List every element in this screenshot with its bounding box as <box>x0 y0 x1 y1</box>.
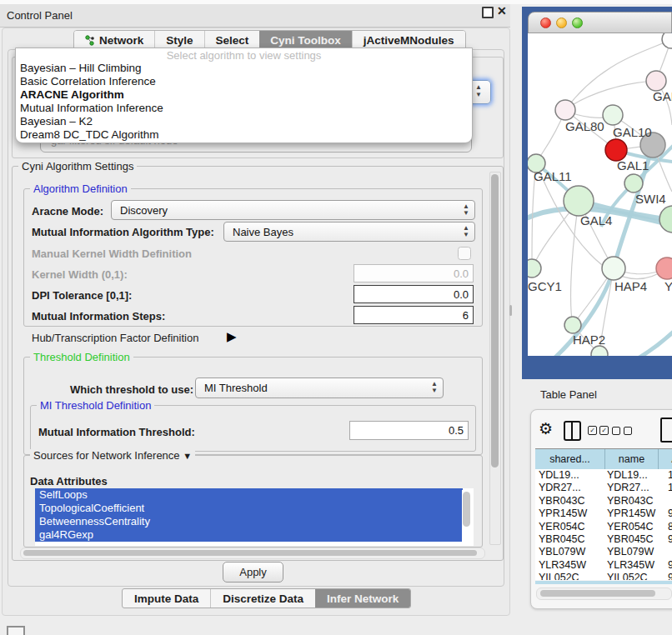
node-label: HAP4 <box>614 279 647 293</box>
manual-kernel-checkbox[interactable] <box>458 247 471 260</box>
table-row[interactable]: YDL19... YDL19... 13 <box>535 469 672 482</box>
data-attributes-list[interactable]: SelfLoops TopologicalCoefficient Between… <box>35 488 474 546</box>
dropdown-option[interactable]: Basic Correlation Inference <box>16 75 472 88</box>
dropdown-option[interactable]: Bayesian – K2 <box>16 115 472 128</box>
tab-discretize-data[interactable]: Discretize Data <box>210 589 315 608</box>
float-panel-icon[interactable] <box>482 7 494 18</box>
cell: YPR145W <box>535 508 605 520</box>
window-minimize-icon[interactable] <box>556 18 567 28</box>
table-row[interactable]: YLR345W YLR345W 9. <box>535 559 672 572</box>
network-node[interactable] <box>646 71 666 91</box>
dropdown-prompt: Select algorithm to view settings <box>16 48 472 62</box>
list-item[interactable]: BetweennessCentrality <box>35 515 463 528</box>
table-row[interactable]: YIL052C YIL052C 9 <box>535 572 672 580</box>
dropdown-option[interactable]: Dream8 DC_TDC Algorithm <box>16 128 472 142</box>
cell: YLR345W <box>535 559 605 572</box>
export-table-icon[interactable] <box>660 418 672 442</box>
select-all-checks-icon[interactable]: ✓ ✓ <box>588 426 609 435</box>
network-node[interactable] <box>603 105 623 125</box>
list-item[interactable]: TopologicalCoefficient <box>35 502 463 515</box>
cell: 9 <box>668 572 672 580</box>
kernel-width-value: 0.0 <box>454 268 469 280</box>
table-row[interactable]: YBR043C YBR043C <box>535 495 672 508</box>
aracne-mode-combo[interactable]: Discovery ▲▼ <box>111 200 475 220</box>
network-node[interactable] <box>624 174 643 192</box>
settings-horizontal-scrollbar[interactable] <box>20 548 485 559</box>
dpi-tolerance-field[interactable]: 0.0 <box>354 285 474 303</box>
cell: YDL19... <box>605 469 668 482</box>
collapse-down-icon[interactable]: ▼ <box>183 451 192 461</box>
list-item[interactable]: SelfLoops <box>35 488 463 502</box>
node-label: GAL11 <box>534 169 572 183</box>
column-header-shared-name[interactable]: shared... <box>535 449 605 469</box>
tab-impute-data[interactable]: Impute Data <box>123 589 210 608</box>
table-row[interactable]: YBR045C YBR045C 9. <box>535 533 672 546</box>
window-zoom-icon[interactable] <box>572 18 583 28</box>
mi-steps-label: Mutual Information Steps: <box>32 310 165 322</box>
apply-button[interactable]: Apply <box>223 562 283 582</box>
expand-right-icon[interactable]: ▶ <box>227 329 237 344</box>
window-close-icon[interactable] <box>540 18 551 28</box>
tab-select-label: Select <box>216 34 249 47</box>
network-node[interactable] <box>602 257 625 280</box>
control-panel-title: Control Panel <box>7 9 73 22</box>
list-item[interactable]: gal4RGexp <box>35 528 463 542</box>
table-row[interactable]: YER054C YER054C 8. <box>535 521 672 533</box>
network-node[interactable] <box>564 186 594 216</box>
table-row[interactable]: YPR145W YPR145W 9. <box>535 508 672 520</box>
tab-infer-network[interactable]: Infer Network <box>315 589 410 608</box>
dpi-tolerance-label: DPI Tolerance [0,1]: <box>32 289 132 302</box>
tab-discretize-data-label: Discretize Data <box>223 592 303 605</box>
cell: YBR043C <box>535 495 605 508</box>
network-node[interactable] <box>564 317 581 333</box>
dpi-tolerance-value: 0.0 <box>454 288 469 301</box>
close-panel-icon[interactable]: ✕ <box>497 4 507 18</box>
column-header-name[interactable]: name <box>605 449 659 469</box>
column-header-partial[interactable]: A <box>659 449 672 469</box>
columns-icon[interactable] <box>564 421 581 441</box>
kernel-width-field[interactable]: 0.0 <box>354 264 474 282</box>
network-view-canvas[interactable]: GAL GAL80 GAL10 GAL1 GAL11 SWI4 GAL4 GCY… <box>528 33 672 356</box>
deselect-all-checks-icon[interactable] <box>612 427 632 435</box>
list-scrollbar-thumb[interactable] <box>463 492 470 527</box>
which-threshold-combo[interactable]: MI Threshold ▲▼ <box>195 378 444 398</box>
table-row[interactable]: YDR27... YDR27... 12 <box>535 482 672 494</box>
network-node[interactable] <box>659 206 672 232</box>
cell: 8. <box>668 521 672 533</box>
list-scrollbar[interactable] <box>462 490 471 542</box>
cell: YIL052C <box>605 572 668 580</box>
dropdown-option-selected[interactable]: ARACNE Algorithm <box>16 88 472 102</box>
unchecked-box-icon <box>624 427 632 435</box>
node-label: GAL4 <box>580 213 612 228</box>
cell: YLR345W <box>605 559 668 572</box>
cyni-algorithm-settings-title: Cyni Algorithm Settings <box>18 160 137 172</box>
table-row[interactable]: YBL079W YBL079W <box>535 546 672 558</box>
network-node[interactable] <box>528 259 541 278</box>
mi-steps-value: 6 <box>463 309 469 322</box>
checked-box-icon: ✓ <box>588 426 597 435</box>
network-window-titlebar[interactable] <box>528 12 672 33</box>
tab-infer-network-label: Infer Network <box>327 592 399 605</box>
network-node[interactable] <box>591 346 608 356</box>
network-edge <box>571 201 579 325</box>
gear-icon[interactable]: ⚙ <box>539 419 553 438</box>
table-horizontal-scrollbar[interactable] <box>536 588 672 600</box>
mi-threshold-field[interactable]: 0.5 <box>349 421 469 440</box>
panel-splitter-handle[interactable] <box>509 305 512 316</box>
dropdown-option[interactable]: Bayesian – Hill Climbing <box>16 62 472 75</box>
mi-steps-field[interactable]: 6 <box>354 306 474 324</box>
settings-horizontal-scrollbar-thumb[interactable] <box>23 550 477 556</box>
settings-vertical-scrollbar-thumb[interactable] <box>491 174 499 468</box>
settings-vertical-scrollbar[interactable] <box>489 172 501 545</box>
network-node[interactable] <box>555 100 575 120</box>
minimized-panel-icon[interactable] <box>7 626 25 635</box>
cell: 13 <box>668 469 672 482</box>
network-node[interactable] <box>656 258 672 279</box>
mi-type-combo[interactable]: Naive Bayes ▲▼ <box>223 222 475 242</box>
node-label: HAP2 <box>573 332 605 347</box>
network-node[interactable] <box>662 33 672 48</box>
aracne-mode-label: Aracne Mode: <box>32 205 103 218</box>
node-label: GAL80 <box>565 119 604 133</box>
table-horizontal-scrollbar-thumb[interactable] <box>540 590 655 597</box>
dropdown-option[interactable]: Mutual Information Inference <box>16 102 472 115</box>
